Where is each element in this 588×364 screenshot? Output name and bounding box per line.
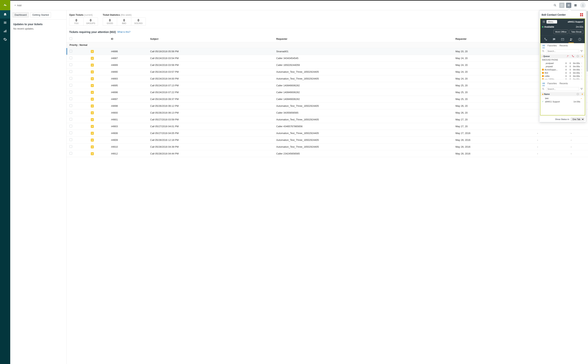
agent-name: a94411 Support — [545, 101, 573, 103]
cc-search-input-2[interactable] — [546, 87, 579, 91]
stat-box[interactable]: 0GROUPS — [84, 18, 98, 26]
phone-icon[interactable] — [543, 37, 548, 42]
stat-box[interactable]: 0YOU — [69, 18, 84, 26]
filter-icon[interactable] — [580, 88, 583, 90]
clock-icon[interactable] — [576, 55, 579, 58]
row-checkbox[interactable] — [70, 138, 72, 141]
row-checkbox[interactable] — [70, 118, 72, 121]
star-outline-icon[interactable]: ☆ — [581, 65, 583, 68]
user-avatar[interactable] — [580, 2, 586, 8]
agents-icon[interactable] — [569, 37, 573, 42]
row-checkbox[interactable] — [70, 63, 72, 66]
cc-menu-button[interactable]: Menu — [542, 20, 557, 24]
col-subject[interactable]: Subject — [148, 36, 274, 42]
what-is-this-link[interactable]: What is this? — [117, 31, 130, 33]
col-requester[interactable]: Requester — [274, 36, 454, 42]
cc-footer-select[interactable]: One Tab — [571, 117, 584, 121]
cc-tab-favorites-1[interactable]: Favorites — [548, 44, 557, 48]
ticket-row[interactable]: n#4898Call 05/26/2016 06:12 PMAutomation… — [67, 103, 588, 109]
row-checkbox[interactable] — [70, 91, 72, 93]
cc-tab-all-1[interactable]: All — [542, 44, 545, 48]
queue-row[interactable]: prepaid000m:00s☆ — [541, 65, 585, 68]
take-break-button[interactable]: Take Break — [569, 30, 583, 34]
queue-row[interactable]: vcc-1404n000m:00s☆ — [541, 78, 585, 79]
page-scrollbar[interactable] — [587, 10, 588, 364]
row-checkbox[interactable] — [70, 145, 72, 148]
star-outline-icon[interactable]: ☆ — [581, 78, 583, 79]
nav-settings-icon[interactable] — [0, 35, 10, 44]
row-checkbox[interactable] — [70, 98, 72, 100]
cc-tab-recents-1[interactable]: Recents — [560, 44, 568, 48]
cc-tab-recents-2[interactable]: Recents — [560, 82, 568, 86]
ticket-row[interactable]: n#4906Call 05/27/2016 04:05 PMAutomation… — [67, 130, 588, 137]
ticket-row[interactable]: n#4896Call 05/24/2016 07:22 PMCaller 140… — [67, 89, 588, 96]
ticket-row[interactable]: n#4910Call 05/28/2016 04:39 PMAutomation… — [67, 143, 588, 150]
agent-remove-icon[interactable] — [567, 55, 569, 58]
star-outline-icon[interactable]: ☆ — [581, 75, 583, 77]
stat-box[interactable]: 0BAD — [117, 18, 131, 26]
row-checkbox[interactable] — [70, 84, 72, 86]
ticket-row[interactable]: n#4887Call 05/24/2016 03:54 PMCaller 343… — [67, 55, 588, 62]
star-outline-icon[interactable]: ☆ — [581, 68, 583, 71]
mail-icon[interactable] — [560, 37, 565, 42]
queue-row[interactable]: 954000m:00s☆ — [541, 71, 585, 74]
row-checkbox[interactable] — [70, 152, 72, 155]
brand-logo[interactable] — [0, 0, 10, 10]
row-checkbox[interactable] — [70, 104, 72, 107]
filter-icon[interactable] — [580, 50, 583, 52]
ticket-status-icon: n — [91, 64, 94, 67]
chat-icon[interactable] — [552, 37, 556, 42]
product-box-icon[interactable] — [559, 3, 564, 8]
work-offline-button[interactable]: Work Offline — [554, 30, 568, 34]
agent-row[interactable]: •944▪ — [542, 97, 583, 100]
row-checkbox[interactable] — [70, 57, 72, 59]
row-checkbox[interactable] — [70, 125, 72, 127]
ticket-row[interactable]: n#4903Call 05/27/2016 04:01 PMCaller 434… — [67, 123, 588, 130]
row-checkbox[interactable] — [70, 70, 72, 73]
ticket-status-icon: n — [91, 98, 94, 101]
queue-row[interactable]: postpaid000m:00s☆ — [541, 62, 585, 65]
app-8x8-icon[interactable] — [566, 3, 571, 8]
star-icon[interactable]: ★ — [581, 93, 583, 95]
ticket-row[interactable]: n#4895Call 05/24/2016 07:13 PMCaller 140… — [67, 82, 588, 89]
select-all-checkbox[interactable] — [70, 37, 72, 40]
row-checkbox[interactable] — [70, 77, 72, 80]
ticket-row[interactable]: n#4897Call 05/24/2016 09:37 PMCaller 140… — [67, 96, 588, 103]
search-icon[interactable] — [552, 3, 558, 8]
ticket-row[interactable]: n#4901Call 05/27/2016 03:59 PMAutomation… — [67, 116, 588, 123]
col-requester-updated[interactable]: Requester — [454, 36, 521, 42]
add-button[interactable]: Add — [13, 3, 23, 7]
ticket-row[interactable]: n#4912Call 05/28/2016 04:44 PMCaller 234… — [67, 150, 588, 157]
ticket-row[interactable]: n#4909Call 05/28/2016 12:18 PMAutomation… — [67, 137, 588, 143]
row-checkbox[interactable] — [70, 131, 72, 134]
nav-home-icon[interactable] — [0, 10, 10, 19]
tab-dashboard[interactable]: Dashboard — [13, 12, 29, 18]
info-icon[interactable] — [577, 37, 582, 42]
stat-box[interactable]: 0GOOD — [103, 18, 117, 26]
ticket-row[interactable]: n#4893Call 05/24/2016 04:00 PMAutomation… — [67, 75, 588, 82]
tab-getting-started[interactable]: Getting Started — [30, 12, 51, 18]
star-outline-icon[interactable]: ☆ — [581, 72, 583, 74]
clock-icon[interactable] — [576, 93, 579, 95]
star-icon[interactable]: ★ — [581, 55, 583, 58]
apps-grid-icon[interactable] — [573, 3, 578, 8]
phone-small-icon[interactable] — [572, 55, 574, 58]
cc-search-input-1[interactable] — [546, 49, 579, 53]
col-id[interactable]: ID — [109, 36, 148, 42]
ticket-row[interactable]: n#4886Call 05/19/2016 05:56 PMSivanadi01… — [67, 48, 588, 55]
ticket-row[interactable]: n#4889Call 05/24/2016 03:56 PMCaller 165… — [67, 62, 588, 69]
row-checkbox[interactable] — [70, 111, 72, 114]
star-outline-icon[interactable]: ☆ — [581, 62, 583, 64]
stat-box[interactable]: 0SOLVED — [131, 18, 146, 26]
ticket-row[interactable]: n#4900Call 05/26/2016 06:13 PMCaller 343… — [67, 109, 588, 116]
queue-row[interactable]: rollbk000m:00s☆ — [541, 74, 585, 78]
nav-views-icon[interactable] — [0, 19, 10, 27]
nav-reports-icon[interactable] — [0, 27, 10, 35]
agent-row[interactable]: ✓a94411 Support1m:58s — [542, 100, 583, 103]
svg-point-6 — [554, 4, 556, 6]
ticket-row[interactable]: n#4890Call 05/24/2016 03:57 PMAutomation… — [67, 69, 588, 75]
cc-tab-favorites-2[interactable]: Favorites — [548, 82, 557, 86]
row-checkbox[interactable] — [70, 50, 72, 52]
cc-tab-all-2[interactable]: All — [542, 82, 545, 86]
queue-row[interactable]: AcmeSuppo...000m:00s☆ — [541, 68, 585, 71]
